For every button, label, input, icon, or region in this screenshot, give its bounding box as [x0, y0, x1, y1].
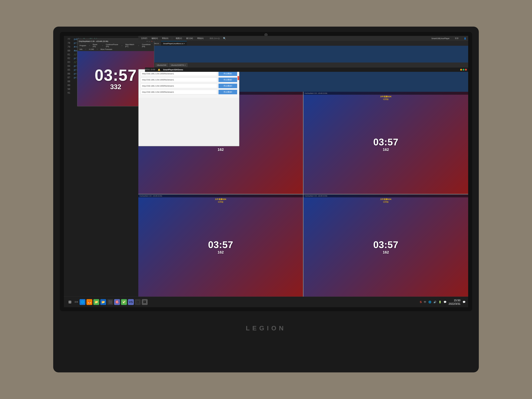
stopwatch-title: OnlyStopWatch 3.36 - x32/x86 (32-Bit)	[79, 40, 108, 42]
stopwatch-ms: 332	[110, 83, 121, 91]
search-icon: 🔍	[223, 37, 226, 40]
taskbar-icon-cmd[interactable]: ⬛	[107, 299, 113, 305]
date-display: 2022/3/31	[449, 302, 460, 305]
time-display: 15:50	[449, 298, 460, 302]
menu-window[interactable]: 窗口(W)	[185, 37, 194, 40]
taskbar-ready-label: 就绪	[75, 301, 78, 303]
sdk-app-title: SmartPlayerSDKDemo	[163, 69, 183, 71]
menu-file[interactable]: 文件(F)	[140, 37, 148, 40]
panel-2-label: 大牛直播SDK	[380, 95, 392, 98]
menu-help[interactable]: 帮助(H)	[161, 37, 169, 40]
taskbar-msg-icon: 💬	[443, 301, 446, 304]
taskbar-network-icon: 🌐	[428, 301, 431, 304]
taskbar-icon-app2[interactable]: ✅	[121, 299, 127, 305]
taskbar-battery-icon: 🔋	[438, 301, 441, 304]
sw-menu-lng[interactable]: # LNG	[88, 48, 95, 51]
sw-menu-info[interactable]: Info	[79, 48, 83, 51]
taskbar-icons: 🌐 🦊 📁 📂 ⬛ 🎯 ✅ VS ◻ 🖼	[80, 299, 148, 305]
main-content: 77 78 79 80 81 82 83 84 85 86 87 88 89 9…	[64, 36, 468, 297]
sdk-row-1: 停止播放1	[141, 71, 237, 76]
person-icon: 👤	[464, 37, 466, 39]
menu-edit[interactable]: 编辑(H)	[151, 37, 158, 40]
sdk-content: 停止播放1 停止播放2 停止播放3	[139, 70, 239, 98]
screen-bezel: 77 78 79 80 81 82 83 84 85 86 87 88 89 9…	[60, 32, 472, 311]
taskbar-icon-explorer[interactable]: 📂	[100, 299, 106, 305]
tab-smartplayer-linux-mono[interactable]: SmartPlayerLinuxMono.cs ×	[161, 41, 187, 46]
taskbar-icon-vs[interactable]: VS	[128, 299, 134, 305]
sw-menu-reset[interactable]: Reset (F5)	[92, 43, 100, 48]
taskbar-s-icon: S	[420, 300, 422, 304]
line-numbers: 77 78 79 80 81 82 83 84 85 86 87 88 89 9…	[64, 36, 72, 297]
stop-play-2-btn[interactable]: 停止播放2	[219, 77, 237, 82]
sw-menu-countdown[interactable]: Countdown (F8)	[141, 43, 153, 48]
sdk-row-4: 停止播放4	[141, 90, 237, 94]
video-panel-2: OnlyStopWatch 3.36 - x32/x86 (32-Bit) 大牛…	[304, 92, 468, 194]
login-btn[interactable]: 登录	[455, 37, 459, 40]
maximize-btn[interactable]	[462, 69, 464, 71]
panel-4-ms: 162	[383, 250, 389, 254]
taskbar-icon-folder[interactable]: 📁	[93, 299, 99, 305]
laptop-keyboard-area: LEGION	[60, 311, 472, 367]
tab-ubuntu21040721[interactable]: Ubuntu21040721 ×	[169, 63, 188, 67]
sw-menu-more-freeware[interactable]: More Freeware	[100, 48, 113, 51]
stop-play-3-btn[interactable]: 停止播放3	[219, 84, 237, 88]
stopwatch-menu: Program # Reset (F5) # Continue/Pause (F…	[77, 44, 154, 47]
panel-2-time: 03:57	[373, 137, 398, 147]
video-panel-3: OnlyStopWatch 3.36 - x32/x86 (32-Bit) 大牛…	[138, 194, 303, 297]
top-menubar: 文件(F) 编辑(H) 帮助(H) | 视图(V) 窗口(W) 帮助(H) 搜索…	[138, 36, 468, 41]
panel-3-ms: 162	[218, 250, 224, 254]
start-button[interactable]: ⊞	[66, 299, 73, 305]
panel-3-sublabel: 试用版	[218, 201, 223, 203]
date-bar: 3月31 15:50 🔔 SmartPlayerSDKDemo	[145, 68, 468, 72]
taskbar-icon-app1[interactable]: 🎯	[114, 299, 120, 305]
menu-help2[interactable]: 帮助(H)	[196, 37, 204, 40]
ide-tabs: smart_player_define.cs SmartPlayerLinuxM…	[138, 41, 468, 46]
sw-menu-continue-pause[interactable]: Continue/Pause (F6)	[105, 43, 120, 48]
sw-menu-program[interactable]: Program	[79, 44, 87, 47]
panel-3-label: 大牛直播SDK	[215, 198, 226, 201]
stream-url-3[interactable]	[141, 84, 217, 88]
window-controls	[460, 69, 467, 71]
date-text: 3月31 15:50	[145, 69, 155, 71]
sdk-window: 停止播放1 停止播放2 停止播放3	[138, 69, 239, 146]
sw-menu-stop-watch[interactable]: Stop-Watch (F7)	[124, 43, 136, 48]
taskbar-icon-firefox[interactable]: 🦊	[86, 299, 92, 305]
panel-1-ms: 162	[218, 147, 224, 152]
laptop-brand: LEGION	[246, 324, 286, 332]
laptop-shell: 77 78 79 80 81 82 83 84 85 86 87 88 89 9…	[53, 27, 479, 372]
sdk-row-2: 停止播放2	[141, 77, 237, 82]
panel-4-sublabel: 试用版	[383, 201, 389, 203]
menu-view[interactable]: 视图(V)	[175, 37, 183, 40]
close-btn[interactable]	[465, 69, 467, 71]
panel-2-sublabel: 试用版	[383, 98, 389, 101]
minimize-btn[interactable]	[460, 69, 462, 71]
stop-play-4-btn[interactable]: 停止播放4	[219, 90, 237, 94]
stream-url-1[interactable]	[141, 71, 217, 76]
panel-2-header: OnlyStopWatch 3.36 - x32/x86 (32-Bit)	[304, 92, 468, 95]
taskbar: ⊞ 就绪 🌐 🦊 📁 📂 ⬛ 🎯 ✅ VS ◻ 🖼	[64, 297, 468, 307]
panel-2-ms: 162	[383, 147, 389, 152]
tab-ubuntu2104[interactable]: Ubuntu2104	[155, 63, 168, 67]
stop-play-1-btn[interactable]: 停止播放1	[219, 71, 237, 76]
stream-url-4[interactable]	[141, 90, 217, 94]
panel-4-header: OnlyStopWatch 3.36 - x32/x86 (32-Bit)	[304, 194, 468, 197]
taskbar-right: S 中 🌐 🔊 🔋 💬 15:50 2022/3/31 💬	[420, 298, 466, 305]
taskbar-icon-img[interactable]: 🖼	[142, 299, 148, 305]
app-name: SmartU3dLinuxPlayer	[431, 37, 450, 39]
panel-3-time: 03:57	[208, 239, 233, 250]
bell-icon: 🔔	[158, 69, 160, 71]
taskbar-zh-icon: 中	[424, 300, 426, 304]
panel-4-label: 大牛直播SDK	[380, 198, 392, 201]
panel-4-time: 03:57	[373, 239, 398, 250]
taskbar-notif-icon[interactable]: 💬	[462, 301, 466, 304]
panel-3-header: OnlyStopWatch 3.36 - x32/x86 (32-Bit)	[138, 194, 303, 197]
taskbar-volume-icon: 🔊	[433, 301, 436, 304]
stopwatch-menu2: Info # # LNG # More Freeware	[77, 47, 154, 51]
stream-url-2[interactable]	[141, 77, 217, 82]
video-panel-4: OnlyStopWatch 3.36 - x32/x86 (32-Bit) 大牛…	[304, 194, 468, 297]
taskbar-icon-unity[interactable]: ◻	[135, 299, 141, 305]
red-indicator	[238, 76, 239, 80]
taskbar-icon-ie[interactable]: 🌐	[80, 299, 85, 305]
stopwatch-time: 03:57	[95, 66, 137, 84]
taskbar-time: 15:50 2022/3/31	[449, 298, 460, 305]
